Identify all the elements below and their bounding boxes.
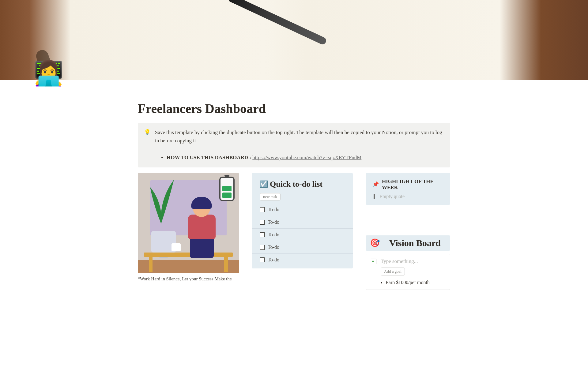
todo-item[interactable]: To-do xyxy=(252,241,353,254)
howto-label: HOW TO USE THIS DASHBOARD : xyxy=(167,155,251,160)
illustration-caption: “Work Hard in Silence, Let your Success … xyxy=(138,276,239,282)
todo-checkbox[interactable] xyxy=(260,245,265,250)
todo-checkbox[interactable] xyxy=(260,207,265,212)
todo-label: To-do xyxy=(268,207,279,212)
new-task-button[interactable]: new task xyxy=(260,193,281,200)
target-icon: 🎯 xyxy=(370,238,380,248)
highlight-panel: 📌 HIGHLIGHT OF THE WEEK Empty quote xyxy=(366,173,450,205)
add-goal-button[interactable]: Add a goal xyxy=(381,268,405,275)
vision-goal[interactable]: Earn $1000/per month xyxy=(386,280,445,285)
todo-checkbox[interactable] xyxy=(260,257,265,262)
todo-item[interactable]: To-do xyxy=(252,254,353,266)
page-emoji-icon: 👩‍💻 xyxy=(34,60,63,87)
highlight-label: HIGHLIGHT OF THE WEEK xyxy=(382,178,443,191)
broken-image-icon xyxy=(371,259,376,264)
todo-label: To-do xyxy=(268,257,279,263)
quote-placeholder: Empty quote xyxy=(379,194,405,199)
page-title[interactable]: Freelancers Dashboard xyxy=(138,101,450,116)
howto-item: HOW TO USE THIS DASHBOARD : https://www.… xyxy=(167,153,444,162)
todo-list: To-do To-do To-do To-do xyxy=(252,204,353,266)
vision-header: 🎯 Vision Board xyxy=(366,235,450,251)
illustration-image xyxy=(138,173,239,273)
todo-checkbox[interactable] xyxy=(260,232,265,237)
type-placeholder[interactable]: Type something... xyxy=(381,258,418,264)
todo-heading-text: Quick to-do list xyxy=(270,180,322,189)
pushpin-icon: 📌 xyxy=(372,181,379,188)
todo-checkbox[interactable] xyxy=(260,220,265,225)
quote-block[interactable]: Empty quote xyxy=(374,194,443,199)
todo-label: To-do xyxy=(268,219,279,225)
lightbulb-icon: 💡 xyxy=(144,128,151,162)
callout-block[interactable]: 💡 Save this template by clicking the dup… xyxy=(138,123,450,167)
checkbox-icon: ☑️ xyxy=(260,180,268,188)
cover-image xyxy=(0,0,588,80)
howto-link[interactable]: https://www.youtube.com/watch?v=sqzXRYTF… xyxy=(252,155,361,160)
todo-panel: ☑️ Quick to-do list new task To-do To-do xyxy=(252,173,353,268)
vision-title[interactable]: Vision Board xyxy=(384,238,446,248)
todo-item[interactable]: To-do xyxy=(252,229,353,241)
page-icon[interactable]: 👩‍💻 xyxy=(34,61,61,92)
todo-label: To-do xyxy=(268,232,279,238)
todo-label: To-do xyxy=(268,245,279,250)
todo-heading[interactable]: ☑️ Quick to-do list xyxy=(260,180,345,189)
todo-item[interactable]: To-do xyxy=(252,216,353,229)
vision-card[interactable]: Type something... Add a goal Earn $1000/… xyxy=(366,254,450,290)
todo-item[interactable]: To-do xyxy=(252,204,353,216)
callout-text: Save this template by clicking the dupli… xyxy=(155,129,442,144)
